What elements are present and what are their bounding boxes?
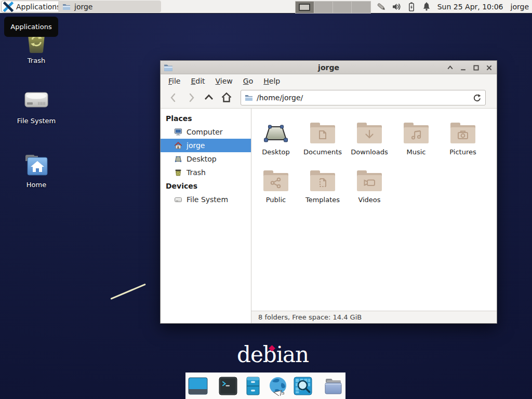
workspace-window-miniature — [299, 4, 310, 11]
workspace-1[interactable] — [296, 2, 314, 13]
trash-small-icon — [174, 168, 182, 177]
menu-help[interactable]: Help — [259, 75, 285, 87]
back-button[interactable] — [165, 90, 182, 105]
sidebar-item-label: Trash — [187, 168, 206, 177]
terminal-icon[interactable] — [218, 376, 238, 396]
drive-small-icon — [174, 195, 182, 204]
file-item-music[interactable]: Music — [393, 115, 440, 163]
home-icon — [174, 141, 182, 150]
home-folder-icon — [23, 151, 50, 177]
taskbar-window-button[interactable]: jorge — [58, 1, 161, 12]
bottom-dock — [185, 373, 345, 399]
window-folder-icon — [164, 63, 173, 72]
file-label: Documents — [303, 148, 342, 156]
computer-icon — [174, 128, 182, 136]
desktop-pad-icon — [262, 115, 290, 145]
file-label: Music — [407, 148, 426, 156]
pictures-folder-icon — [449, 115, 477, 145]
file-icon-view: Desktop Documents — [251, 109, 497, 311]
file-item-pictures[interactable]: Pictures — [440, 115, 486, 163]
file-manager-window: jorge File Edit View Go Help — [160, 60, 497, 324]
public-folder-icon — [262, 163, 290, 193]
volume-icon[interactable] — [391, 2, 402, 12]
sidebar-item-label: Computer — [187, 128, 223, 136]
downloads-folder-icon — [355, 115, 383, 145]
toolbar — [161, 87, 497, 109]
menu-view[interactable]: View — [211, 75, 237, 87]
templates-folder-icon — [309, 163, 337, 193]
desktop-icon — [174, 155, 182, 163]
file-label: Downloads — [351, 148, 388, 156]
shade-button[interactable] — [446, 64, 454, 71]
file-label: Templates — [305, 196, 340, 204]
menubar: File Edit View Go Help — [161, 74, 497, 87]
sidebar-item-label: Desktop — [187, 155, 217, 163]
location-bar[interactable] — [241, 90, 486, 105]
xfce-logo-icon — [3, 2, 14, 12]
notifications-bell-icon[interactable] — [421, 2, 432, 12]
close-button[interactable] — [485, 64, 493, 71]
forward-button[interactable] — [182, 90, 200, 105]
sidebar-item-file-system[interactable]: File System — [161, 193, 251, 206]
status-text: 8 folders, Free space: 14.4 GiB — [258, 313, 362, 321]
file-item-public[interactable]: Public — [252, 163, 299, 210]
minimize-button[interactable] — [459, 64, 467, 71]
desktop-icon-label: Trash — [28, 57, 45, 64]
window-titlebar[interactable]: jorge — [161, 61, 497, 74]
desktop-icon-file-system[interactable]: File System — [9, 86, 63, 125]
panel-user-menu[interactable]: jorge — [511, 3, 529, 11]
folder-icon — [62, 3, 71, 11]
reload-icon[interactable] — [473, 94, 482, 102]
workspace-3[interactable] — [333, 2, 352, 13]
panel-handle[interactable]: ⋮ — [53, 0, 57, 14]
workspace-2[interactable] — [314, 2, 333, 13]
up-button[interactable] — [200, 90, 218, 105]
file-label: Desktop — [262, 148, 290, 156]
web-browser-globe-icon[interactable] — [268, 376, 288, 396]
documents-folder-icon — [309, 115, 337, 145]
menu-go[interactable]: Go — [238, 75, 258, 87]
menu-edit[interactable]: Edit — [186, 75, 209, 87]
sidebar-item-label: jorge — [187, 141, 205, 150]
location-folder-icon — [245, 94, 253, 102]
videos-folder-icon — [355, 163, 383, 193]
stray-line-artifact — [110, 284, 145, 300]
location-input[interactable] — [257, 94, 469, 102]
file-item-templates[interactable]: Templates — [299, 163, 346, 210]
top-panel: Applications ⋮ jorge — [0, 0, 532, 14]
desktop-icon-label: Home — [26, 181, 46, 189]
maximize-button[interactable] — [472, 64, 480, 71]
sidebar-item-desktop[interactable]: Desktop — [161, 152, 251, 166]
taskbar-window-title: jorge — [74, 3, 92, 11]
desktop-icon-label: File System — [17, 117, 56, 125]
stylus-icon[interactable] — [376, 2, 387, 12]
file-manager-cabinet-icon[interactable] — [243, 376, 263, 396]
workspace-4[interactable] — [352, 2, 370, 13]
workspace-pager[interactable] — [295, 1, 371, 14]
applications-tooltip: Applications — [4, 17, 58, 37]
battery-icon[interactable] — [406, 2, 417, 12]
sidebar-item-computer[interactable]: Computer — [161, 125, 251, 139]
file-label: Pictures — [449, 148, 476, 156]
file-label: Public — [266, 196, 286, 204]
file-item-videos[interactable]: Videos — [346, 163, 393, 210]
desktop-icon-home[interactable]: Home — [9, 151, 63, 189]
file-item-documents[interactable]: Documents — [299, 115, 346, 163]
file-item-desktop[interactable]: Desktop — [252, 115, 299, 163]
tooltip-text: Applications — [10, 23, 51, 31]
file-item-downloads[interactable]: Downloads — [346, 115, 393, 163]
menu-file[interactable]: File — [164, 75, 185, 87]
places-header: Places — [161, 112, 251, 125]
debian-wallpaper-logo: debian — [237, 342, 309, 367]
directory-menu-folder-icon[interactable] — [323, 376, 343, 396]
sidebar-item-jorge[interactable]: jorge — [161, 139, 251, 152]
application-finder-icon[interactable] — [293, 376, 313, 396]
music-folder-icon — [402, 115, 430, 145]
panel-clock[interactable]: Sun 25 Apr, 10:06 — [437, 3, 503, 11]
home-button[interactable] — [218, 90, 235, 105]
sidebar-item-trash[interactable]: Trash — [161, 166, 251, 179]
sidebar-item-label: File System — [187, 195, 228, 204]
show-desktop-icon[interactable] — [188, 376, 208, 396]
hard-drive-icon — [23, 86, 50, 113]
file-label: Videos — [358, 196, 380, 204]
